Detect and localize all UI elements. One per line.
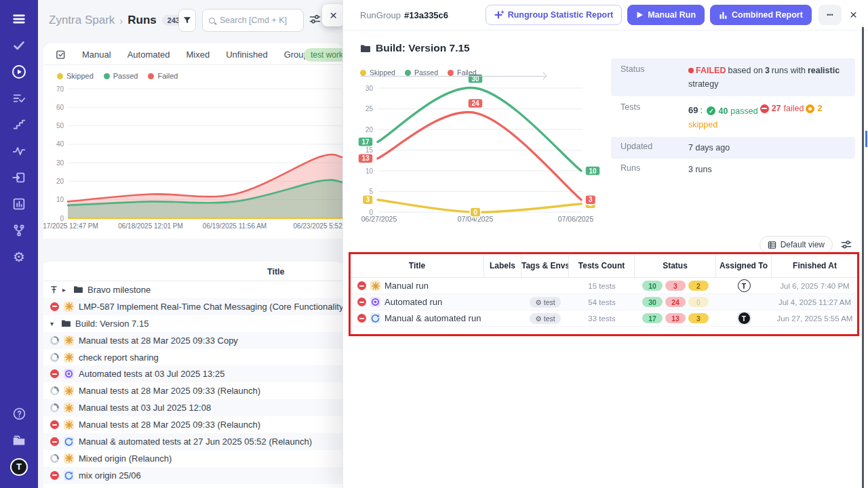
column-header-tags-envs[interactable]: Tags & Envs [521, 255, 569, 277]
filter-button[interactable] [178, 9, 196, 32]
combined-report-button[interactable]: Combined Report [710, 5, 812, 25]
passed-pill: 30 [642, 297, 663, 307]
sidebar-item-test-plans[interactable] [5, 85, 33, 111]
run-title[interactable]: check report sharing [79, 352, 159, 363]
legend-item-passed[interactable]: Passed [405, 68, 438, 77]
more-actions-button[interactable]: ••• [818, 5, 842, 25]
list-item[interactable]: ▾Build: Version 7.15 [43, 315, 342, 332]
list-item[interactable]: Automated tests at 03 Jul 2025 13:25 [43, 365, 342, 382]
tag-pill[interactable]: ⚙test [530, 297, 560, 308]
run-title[interactable]: Manual & automated tests at 27 Jun 2025 … [79, 436, 312, 447]
run-title[interactable]: mix origin 25/06 [79, 470, 141, 481]
run-title[interactable]: Manual tests at 28 Mar 2025 09:33 Copy [79, 336, 238, 346]
tests-count-cell: 33 tests [569, 314, 635, 323]
sidebar-item-steps[interactable] [5, 111, 33, 138]
search-box[interactable] [202, 9, 304, 32]
run-link[interactable]: Manual & automated run [384, 313, 481, 323]
sidebar-item-pull-requests[interactable] [5, 164, 33, 190]
tab-automated[interactable]: Automated [127, 49, 170, 60]
sidebar-item-branches[interactable] [5, 217, 33, 243]
run-status-neutral-icon [50, 403, 59, 412]
run-title[interactable]: Manual tests at 28 Mar 2025 09:33 (Relau… [79, 386, 260, 396]
column-header-tests-count[interactable]: Tests Count [569, 255, 635, 277]
caret-right-icon[interactable]: ▸ [62, 286, 68, 293]
pull-requests-icon [12, 170, 26, 185]
column-header-finished-at[interactable]: Finished At [772, 255, 858, 277]
svg-text:50: 50 [56, 122, 64, 129]
breadcrumb-project[interactable]: Zyntra Spark [49, 14, 115, 27]
origin-automated-icon [64, 369, 74, 379]
list-item[interactable]: Manual tests at 03 Jul 2025 12:08 [43, 399, 342, 416]
select-all-icon[interactable] [56, 49, 66, 60]
scrollbar-thumb[interactable] [865, 131, 867, 147]
app-sidebar: ⚙ T [0, 0, 38, 488]
run-link[interactable]: Manual run [384, 281, 429, 291]
assigned-cell: T [716, 312, 772, 325]
list-item[interactable]: Manual & automated tests at 27 Jun 2025 … [43, 433, 342, 450]
table-settings-button[interactable] [841, 239, 852, 250]
column-header-status[interactable]: Status [635, 255, 716, 277]
svg-text:30: 30 [366, 85, 374, 92]
run-status-failed-icon [357, 298, 366, 306]
list-item[interactable]: Mixed origin (Relaunch) [43, 450, 342, 467]
run-title[interactable]: Mixed origin (Relaunch) [79, 453, 172, 464]
sidebar-item-pulse-analytics[interactable] [5, 138, 33, 164]
legend-item-failed[interactable]: Failed [448, 68, 477, 77]
sidebar-item-help[interactable] [5, 401, 33, 427]
caret-down-icon[interactable]: ▾ [50, 320, 56, 327]
sidebar-item-projects-folder[interactable] [5, 427, 33, 453]
tag-pill[interactable]: ⚙test [530, 313, 560, 324]
folder-icon [73, 285, 83, 293]
legend-item-skipped[interactable]: Skipped [360, 68, 395, 77]
list-item[interactable]: mix origin 25/06 [43, 467, 342, 484]
run-title[interactable]: LMP-587 Implement Real-Time Chat Messagi… [79, 302, 342, 312]
sidebar-item-settings-gear[interactable]: ⚙ [5, 243, 33, 270]
close-panel-button[interactable]: × [322, 4, 342, 26]
sidebar-item-tasks-check[interactable] [5, 32, 33, 58]
manual-run-button[interactable]: Manual Run [627, 5, 705, 25]
table-row[interactable]: Manual run15 tests1032TJul 6, 2025 7:40 … [351, 278, 858, 294]
run-title[interactable]: Automated tests at 03 Jul 2025 13:25 [79, 369, 224, 379]
sidebar-item-menu[interactable] [5, 5, 33, 32]
table-row[interactable]: Automated run⚙test54 tests30240Jul 4, 20… [351, 294, 858, 310]
run-title[interactable]: Manual tests at 28 Mar 2025 09:33 (Relau… [79, 420, 260, 430]
origin-manual-icon [64, 352, 74, 363]
column-header-title[interactable]: Title [351, 255, 484, 277]
list-item[interactable]: Manual tests at 28 Mar 2025 09:33 (Relau… [43, 416, 342, 433]
default-view-button[interactable]: Default view [760, 236, 833, 253]
close-drawer-button[interactable]: × [850, 7, 857, 22]
list-item[interactable]: Manual tests at 28 Mar 2025 09:33 (Relau… [43, 382, 342, 399]
origin-manual-icon [64, 453, 74, 464]
runs-list-header: Title [43, 263, 342, 281]
run-title[interactable]: Bravo milestone [87, 285, 151, 295]
sidebar-item-reports-chart[interactable] [5, 190, 33, 217]
failed-dot-icon [688, 68, 694, 73]
list-item[interactable]: check report sharing [43, 349, 342, 366]
active-filter-pill[interactable]: test work [304, 48, 342, 62]
list-item[interactable]: ▸Bravo milestone [43, 281, 342, 298]
origin-manual-icon [64, 386, 74, 396]
tab-unfinished[interactable]: Unfinished [226, 49, 267, 60]
list-item[interactable]: Manual tests at 28 Mar 2025 09:33 Copy [43, 332, 342, 349]
legend-dot-icon [405, 70, 411, 76]
column-header-assigned-to[interactable]: Assigned To [716, 255, 772, 277]
run-title[interactable]: Build: Version 7.15 [75, 319, 149, 329]
sidebar-item-runs-play[interactable] [5, 58, 33, 85]
runs-history-chart: 70605040302010017/2025 12:47 PM06/18/202… [38, 68, 342, 244]
gear-icon: ⚙ [535, 298, 541, 306]
run-title[interactable]: Manual tests at 03 Jul 2025 12:08 [79, 403, 211, 413]
funnel-icon [182, 16, 192, 25]
legend-dot-icon [448, 70, 454, 76]
tab-mixed[interactable]: Mixed [186, 49, 210, 60]
table-row[interactable]: Manual & automated run⚙test33 tests17133… [351, 310, 858, 327]
svg-text:10: 10 [589, 167, 597, 175]
column-header-labels[interactable]: Labels [484, 255, 521, 277]
rungroup-statistic-report-button[interactable]: Rungroup Statistic Report [486, 5, 623, 25]
run-link[interactable]: Automated run [384, 297, 442, 307]
tab-manual[interactable]: Manual [82, 49, 111, 60]
view-settings-button[interactable] [309, 14, 321, 27]
legend-dot-icon [360, 70, 366, 76]
search-input[interactable] [220, 16, 294, 25]
sidebar-item-account-avatar[interactable]: T [5, 453, 33, 480]
list-item[interactable]: LMP-587 Implement Real-Time Chat Messagi… [43, 298, 342, 315]
